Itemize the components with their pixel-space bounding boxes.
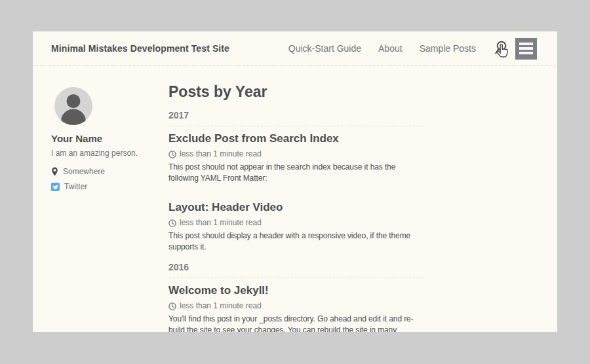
read-time: less than 1 minute read — [180, 301, 262, 311]
post-title-link[interactable]: Exclude Post from Search Index — [168, 132, 424, 146]
post-meta: less than 1 minute read — [168, 218, 424, 228]
menu-button[interactable] — [515, 38, 537, 60]
post-excerpt: This post should display a header with a… — [168, 230, 421, 253]
post-meta: less than 1 minute read — [168, 149, 424, 159]
site-header: Minimal Mistakes Development Test Site Q… — [33, 31, 557, 66]
desktop-background: Minimal Mistakes Development Test Site Q… — [0, 0, 590, 364]
read-time: less than 1 minute read — [180, 149, 262, 159]
site-title-link[interactable]: Minimal Mistakes Development Test Site — [51, 43, 271, 54]
search-button[interactable] — [493, 40, 508, 57]
post-entry: Exclude Post from Search Index less than… — [168, 132, 424, 184]
read-time: less than 1 minute read — [180, 218, 262, 228]
twitter-icon — [51, 183, 60, 191]
avatar — [51, 87, 159, 125]
clock-icon — [168, 219, 176, 227]
page-title: Posts by Year — [168, 82, 424, 101]
author-bio: I am an amazing person. — [51, 149, 159, 158]
primary-nav: Quick-Start Guide About Sample Posts — [271, 38, 537, 60]
nav-about[interactable]: About — [378, 43, 403, 54]
site-page: Minimal Mistakes Development Test Site Q… — [33, 31, 557, 332]
nav-quick-start-guide[interactable]: Quick-Start Guide — [288, 43, 361, 54]
archive-content: Posts by Year 2017 Exclude Post from Sea… — [168, 82, 424, 332]
author-sidebar: Your Name I am an amazing person. Somewh… — [51, 87, 159, 191]
search-icon — [493, 40, 508, 57]
post-entry: Welcome to Jekyll! less than 1 minute re… — [168, 283, 424, 332]
post-title-link[interactable]: Welcome to Jekyll! — [168, 283, 424, 298]
post-excerpt: You'll find this post in your _posts dir… — [168, 314, 421, 332]
year-heading-2017: 2017 — [168, 110, 424, 126]
post-excerpt: This post should not appear in the searc… — [168, 162, 421, 184]
author-twitter-label: Twitter — [64, 182, 87, 191]
clock-icon — [168, 151, 176, 158]
year-heading-2016: 2016 — [168, 262, 424, 278]
author-location: Somewhere — [51, 167, 159, 176]
author-location-label: Somewhere — [63, 167, 105, 176]
author-twitter-link[interactable]: Twitter — [51, 182, 159, 191]
location-pin-icon — [51, 167, 58, 176]
author-name: Your Name — [51, 133, 159, 144]
post-entry: Layout: Header Video less than 1 minute … — [168, 200, 424, 253]
post-meta: less than 1 minute read — [168, 301, 424, 311]
post-title-link[interactable]: Layout: Header Video — [168, 200, 424, 215]
nav-sample-posts[interactable]: Sample Posts — [420, 43, 476, 54]
clock-icon — [168, 302, 176, 310]
